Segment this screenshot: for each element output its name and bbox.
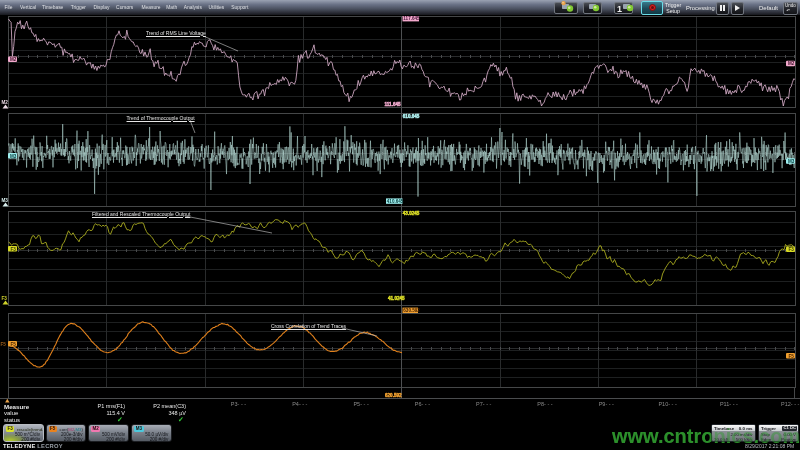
svg-text:410.645: 410.645 bbox=[387, 199, 404, 204]
svg-text:M2: M2 bbox=[788, 61, 795, 66]
svg-text:M3: M3 bbox=[788, 159, 795, 164]
svg-text:620.592: 620.592 bbox=[385, 393, 402, 398]
svg-text:M2: M2 bbox=[2, 100, 9, 105]
svg-text:111.645: 111.645 bbox=[385, 102, 402, 107]
svg-text:610.645: 610.645 bbox=[403, 114, 420, 119]
svg-text:M3: M3 bbox=[10, 154, 17, 159]
svg-text:41.0245: 41.0245 bbox=[388, 296, 405, 301]
svg-text:F3: F3 bbox=[789, 247, 795, 252]
svg-text:630.592: 630.592 bbox=[403, 308, 420, 313]
svg-text:F5: F5 bbox=[1, 342, 7, 347]
svg-text:F5: F5 bbox=[789, 354, 795, 359]
svg-text:43.0245: 43.0245 bbox=[403, 211, 420, 216]
svg-text:M2: M2 bbox=[10, 57, 17, 62]
svg-text:117.645: 117.645 bbox=[403, 16, 420, 21]
svg-text:F3: F3 bbox=[11, 247, 17, 252]
svg-text:M3: M3 bbox=[2, 198, 9, 203]
svg-text:F3: F3 bbox=[2, 296, 8, 301]
svg-text:F5: F5 bbox=[11, 342, 17, 347]
